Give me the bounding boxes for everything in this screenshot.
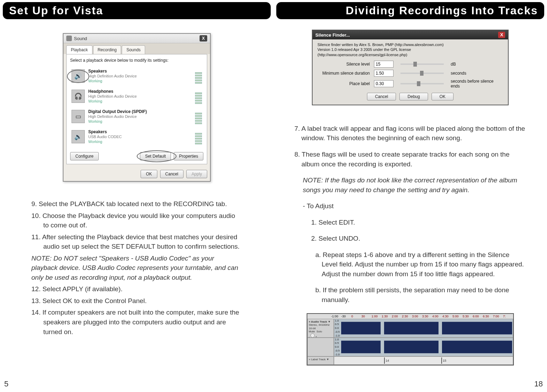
- label-track[interactable]: 14 15: [334, 356, 513, 365]
- apply-button[interactable]: Apply: [186, 170, 207, 178]
- device-name: Speakers: [88, 129, 192, 135]
- time-ruler: -1:00 -30 0 30 1:00 1:30 2:00 2:30 3:00 …: [307, 314, 513, 319]
- device-speakers-hd[interactable]: 🔊 Speakers High Definition Audio Device …: [70, 66, 203, 86]
- min-duration-input[interactable]: [374, 70, 394, 77]
- place-label-unit: seconds before silence ends: [451, 79, 503, 89]
- step-9: 9. Select the PLAYBACK tab located next …: [31, 199, 242, 209]
- speaker-usb-icon: 🔈: [72, 130, 85, 143]
- speaker-icon: 🔊: [72, 69, 85, 83]
- waveform-icon: [341, 340, 512, 353]
- track-bit: 16-bit: [309, 327, 332, 330]
- solo-button[interactable]: Solo: [316, 330, 322, 333]
- tab-row: Playback Recording Sounds: [63, 43, 210, 54]
- sound-dialog-titlebar: Sound X: [63, 34, 210, 43]
- to-adjust-header: - To Adjust: [294, 201, 526, 211]
- track-panel-lower: [307, 338, 334, 356]
- wave-scale: 1.0 0.5 0.0 -0.5 -1.0: [335, 338, 340, 356]
- slider-handle-icon[interactable]: [417, 81, 420, 86]
- silence-level-slider[interactable]: [400, 63, 444, 65]
- device-desc: High Definition Audio Device: [88, 74, 192, 79]
- tab-sounds[interactable]: Sounds: [122, 45, 145, 54]
- flag-label: 14: [385, 359, 389, 362]
- track-info: Stereo, 44100Hz: [309, 323, 332, 327]
- place-label-row: Place label seconds before silence ends: [317, 79, 503, 89]
- device-desc: High Definition Audio Device: [88, 94, 192, 99]
- silence-level-label: Silence level: [317, 62, 370, 67]
- right-page-header: Dividing Recordings Into Tracks: [276, 2, 544, 19]
- adjust-sub-a: a. Repeat steps 1-6 above and try a diff…: [294, 250, 526, 279]
- step-10: 10. Choose the Playback device you would…: [31, 211, 242, 230]
- silence-info: Silence finder written by Alex S. Brown,…: [317, 42, 503, 57]
- flag-label: 15: [443, 359, 446, 362]
- properties-button[interactable]: Properties: [174, 152, 203, 160]
- page-number-right: 18: [534, 379, 543, 389]
- left-instructions: 9. Select the PLAYBACK tab located next …: [0, 192, 274, 337]
- tab-playback[interactable]: Playback: [66, 45, 92, 54]
- step-11: 11. After selecting the Playback device …: [31, 232, 242, 251]
- waveform-right[interactable]: 1.0 0.5 0.0 -0.5 -1.0: [334, 338, 513, 356]
- left-note: NOTE: Do NOT select "Speakers - USB Audi…: [31, 254, 242, 282]
- device-status: Working: [88, 119, 192, 124]
- silence-ok-button[interactable]: OK: [432, 93, 454, 100]
- min-duration-row: Minimum silence duration seconds: [317, 70, 503, 77]
- spdif-icon: ▭: [72, 110, 85, 123]
- device-speakers-usb[interactable]: 🔈 Speakers USB Audio CODEC Working: [70, 127, 203, 146]
- device-desc: High Definition Audio Device: [88, 114, 192, 119]
- waveform-left[interactable]: 1.0 0.5 0.0 -0.5 -1.0: [334, 319, 513, 338]
- silence-level-input[interactable]: [374, 61, 394, 68]
- cancel-button[interactable]: Cancel: [160, 170, 183, 178]
- silence-debug-button[interactable]: Debug: [399, 93, 428, 100]
- mute-button[interactable]: Mute: [309, 330, 315, 333]
- headphones-icon: 🎧: [72, 90, 85, 103]
- sound-icon: [66, 36, 72, 41]
- set-default-button[interactable]: Set Default: [140, 152, 171, 160]
- left-page-header: Set Up for Vista: [3, 2, 271, 19]
- device-status: Working: [88, 140, 192, 144]
- right-note: NOTE: If the flags do not look like the …: [294, 175, 526, 195]
- flag-marker-icon[interactable]: 14: [384, 357, 389, 364]
- min-duration-unit: seconds: [451, 71, 503, 76]
- level-meter-icon: [195, 109, 202, 124]
- place-label-slider[interactable]: [400, 83, 444, 84]
- close-icon[interactable]: X: [200, 35, 207, 42]
- silence-info-line2: Version 1.0 released Apr 3 2005 under th…: [317, 47, 503, 52]
- tab-recording[interactable]: Recording: [93, 45, 121, 54]
- wave-scale: 1.0 0.5 0.0 -0.5 -1.0: [335, 319, 340, 337]
- slider-handle-icon[interactable]: [413, 62, 417, 67]
- step-12: 12. Select APPLY (if available).: [31, 284, 242, 294]
- step-8: 8. These flags will be used to create se…: [294, 150, 526, 169]
- adjust-step-1: 1. Select EDIT.: [294, 218, 526, 227]
- label-track-title: Label Track: [311, 358, 325, 361]
- flag-marker-icon[interactable]: 15: [441, 357, 446, 364]
- device-status: Working: [88, 99, 192, 104]
- device-desc: USB Audio CODEC: [88, 135, 192, 140]
- device-name: Headphones: [88, 89, 192, 94]
- silence-info-line3: (http://www.opensource.org/licenses/gpl-…: [317, 52, 503, 57]
- level-meter-icon: [195, 68, 202, 84]
- device-headphones[interactable]: 🎧 Headphones High Definition Audio Devic…: [70, 86, 203, 106]
- silence-title: Silence Finder...: [315, 32, 350, 38]
- gain-knob-icon[interactable]: [310, 333, 315, 338]
- close-icon[interactable]: X: [498, 32, 505, 38]
- step-13: 13. Select OK to exit the Control Panel.: [31, 296, 242, 306]
- silence-info-line1: Silence finder written by Alex S. Brown,…: [317, 42, 503, 47]
- silence-cancel-button[interactable]: Cancel: [367, 93, 396, 100]
- step-14: 14. If computer speakers are not built i…: [31, 308, 242, 337]
- step-7: 7. A label track will appear and flag ic…: [294, 124, 526, 143]
- slider-handle-icon[interactable]: [420, 71, 424, 76]
- track-title: Audio Track: [311, 320, 327, 323]
- silence-titlebar: Silence Finder... X: [313, 30, 508, 39]
- min-duration-label: Minimum silence duration: [317, 71, 370, 76]
- adjust-sub-b: b. If the problem still persists, the se…: [294, 285, 526, 304]
- place-label-input[interactable]: [374, 80, 394, 87]
- device-spdif[interactable]: ▭ Digital Output Device (SPDIF) High Def…: [70, 107, 203, 126]
- ok-button[interactable]: OK: [141, 170, 157, 178]
- playback-caption: Select a playback device below to modify…: [70, 58, 203, 63]
- configure-button[interactable]: Configure: [70, 152, 99, 160]
- min-duration-slider[interactable]: [400, 73, 444, 74]
- label-track-panel[interactable]: × Label Track ▼: [307, 356, 334, 365]
- silence-level-unit: dB: [451, 62, 503, 67]
- sound-dialog: Sound X Playback Recording Sounds Select…: [63, 33, 211, 182]
- track-panel[interactable]: × Audio Track ▼ Stereo, 44100Hz 16-bit M…: [307, 319, 334, 338]
- device-list: 🔊 Speakers High Definition Audio Device …: [70, 66, 203, 146]
